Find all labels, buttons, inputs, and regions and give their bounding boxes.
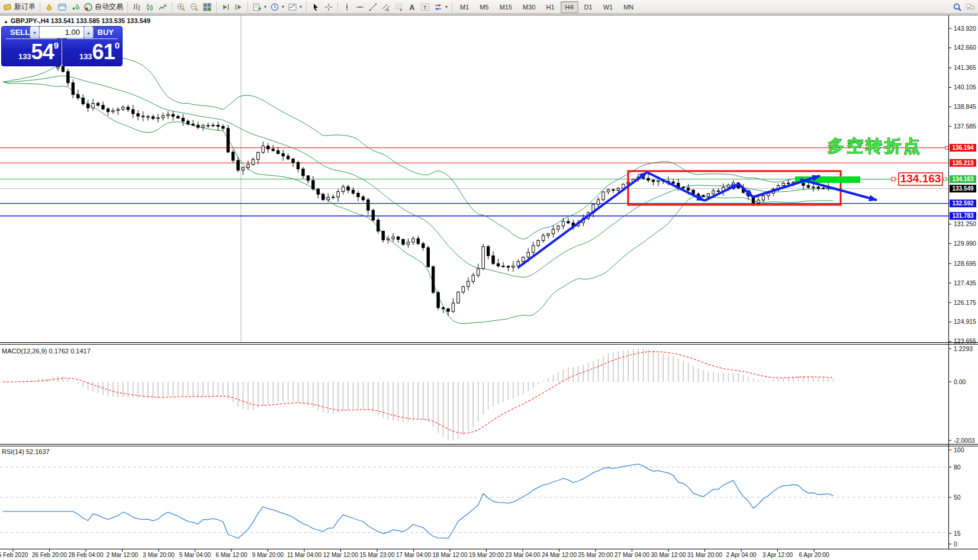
line-handle-marker3 [945,146,948,149]
volume-increase-button[interactable]: ▲ [83,26,94,38]
candle-bull [782,183,784,185]
time-tick-label: 11 Mar 04:00 [287,552,322,558]
divider [67,38,118,39]
candle-bull [537,240,539,245]
candle-bear [402,239,404,244]
candle-bear [382,231,384,240]
candle-bull [332,197,334,198]
consolidation-red-box[interactable] [628,171,841,205]
candle-bear [96,104,99,105]
time-tick-label: 9 Mar 20:00 [252,552,284,558]
candle-bear [141,116,144,117]
price-tick-label: 137.585 [954,123,976,130]
candle-bull [602,192,604,199]
candle-bear [432,266,435,292]
candle-bull [162,115,164,118]
price-badge-text: 135.213 [952,160,974,166]
rsi-indicator-label: RSI(14) 52.1637 [2,448,50,455]
candle-bull [412,239,414,242]
price-tick-label: 124.915 [954,318,976,325]
candle-bull [147,117,149,117]
candle-bear [487,247,489,256]
candle-bear [497,263,499,266]
line-handle-marker [892,178,895,181]
candle-bull [707,194,709,197]
candle-bear [277,150,279,153]
candle-bear [222,126,224,128]
rsi-tick-label: 100 [954,446,964,453]
trend-arrow-3[interactable] [739,184,753,197]
candle-bull [482,247,484,269]
buy-price: 133610 [63,40,120,65]
candle-bear [237,160,239,170]
candle-bear [447,309,449,311]
time-tick-label: 26 Feb 20:00 [32,552,67,558]
time-tick-label: 12 Mar 12:00 [323,552,358,558]
candle-bear [217,125,219,127]
time-tick-label: 3 Mar 20:00 [143,552,175,558]
candle-bear [317,189,319,194]
candle-bear [717,191,719,191]
candle-bull [527,252,529,257]
candle-bull [392,237,394,239]
price-tick-label: 127.435 [954,279,976,287]
candle-bear [152,117,154,118]
collapse-panel-icon[interactable]: ▲ [4,19,8,24]
candle-bear [67,72,69,83]
price-tick-label: 143.920 [954,25,976,32]
candle-bull [167,114,169,115]
turning-point-annotation[interactable]: 多空转折点 [828,136,922,156]
candle-bear [347,186,349,190]
price-tag-text: 134.163 [900,172,941,185]
candle-bear [72,83,74,95]
candle-bull [252,159,254,164]
time-tick-label: 6 Apr 20:00 [799,552,829,558]
time-tick-label: 19 Mar 20:00 [469,552,504,558]
candle-bull [607,190,609,192]
rsi-tick-label: 15 [954,530,961,537]
price-badge-text: 131.783 [952,213,974,219]
rsi-tick-label: 50 [954,494,961,501]
candle-bear [107,109,109,112]
candle-bull [517,262,519,266]
sell-price: 133549 [2,40,59,65]
time-tick-label: 24 Mar 12:00 [542,552,577,558]
candle-bear [82,98,84,104]
candle-bull [557,226,559,229]
candle-bull [407,242,409,244]
candle-bull [812,187,815,188]
time-tick-label: 5 Mar 04:00 [179,552,211,558]
candle-bull [457,292,459,303]
candle-bear [132,110,134,114]
time-tick-label: 5 Feb 2020 [0,552,28,558]
candle-bear [186,121,189,124]
candle-bull [622,184,625,188]
macd-pane [3,349,834,440]
volume-decrease-button[interactable]: ▼ [30,26,40,38]
candle-bear [647,178,649,180]
candle-bull [212,125,214,126]
trend-arrow-2[interactable] [704,184,739,201]
candle-bull [92,104,94,108]
candle-bear [652,181,654,182]
candle-bull [202,125,204,127]
candle-bear [307,176,309,181]
candle-bull [597,199,599,204]
trend-arrow-1[interactable] [647,172,704,201]
candle-bear [817,187,819,188]
candle-bull [822,188,825,189]
price-tick-label: 138.845 [954,103,976,110]
candle-bear [682,187,684,188]
candle-bear [427,247,429,266]
candle-bull [522,257,525,262]
volume-input[interactable] [40,26,83,38]
rsi-tick-label: 0 [954,540,957,548]
candle-bull [542,236,544,241]
chart-info-line: ▲GBPJPY-,H4 133.541 133.585 133.535 133.… [4,17,150,24]
price-badge-text: 134.163 [952,176,974,182]
candle-bear [232,152,234,160]
candle-bear [77,95,79,98]
candle-bear [127,107,129,110]
price-badge-text: 132.592 [952,200,974,207]
price-tick-label: 131.250 [954,220,976,227]
